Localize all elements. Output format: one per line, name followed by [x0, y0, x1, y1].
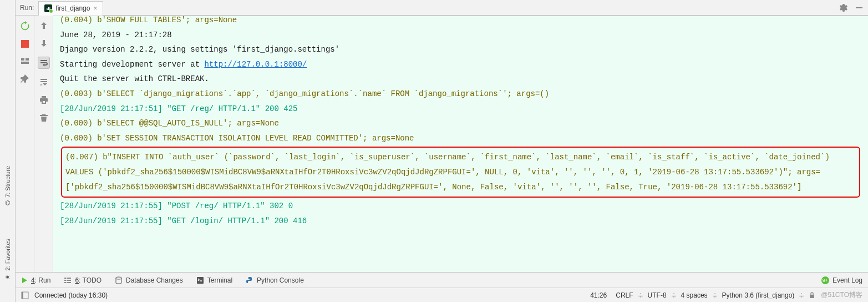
svg-rect-9 [67, 280, 71, 281]
svg-point-14 [248, 278, 248, 278]
status-caret-pos[interactable]: 41:26 [590, 291, 607, 299]
trash-icon[interactable] [39, 113, 48, 122]
svg-rect-4 [21, 62, 29, 64]
status-interpreter[interactable]: Python 3.6 (first_django) [722, 291, 795, 299]
arrow-up-icon[interactable] [39, 21, 48, 30]
svg-rect-6 [64, 278, 66, 279]
svg-rect-1 [21, 40, 29, 48]
svg-rect-3 [26, 58, 29, 61]
console-line-sql-isolation: (0.000) b'SET SESSION TRANSACTION ISOLAT… [60, 131, 861, 146]
console-line-http-post-reg: [28/Jun/2019 21:17:55] "POST /reg/ HTTP/… [60, 199, 861, 214]
status-connected: Connected (today 16:30) [34, 291, 108, 299]
django-icon: dj [44, 4, 52, 12]
event-log-badge: 9+ [821, 276, 829, 284]
gear-icon[interactable] [839, 3, 848, 12]
lock-icon[interactable] [809, 292, 815, 299]
svg-rect-8 [64, 280, 66, 281]
svg-rect-2 [21, 58, 24, 61]
run-gutter-primary [16, 16, 34, 272]
bottom-tab-todo[interactable]: 6: TODO [64, 276, 101, 284]
console-line-date: June 28, 2019 - 21:17:28 [60, 28, 861, 43]
close-tab-icon[interactable]: × [93, 4, 97, 12]
run-gutter-secondary [34, 16, 53, 272]
left-tool-sidebar: ⌬7: Structure ★2: Favorites [0, 0, 16, 302]
console-line-quit: Quit the server with CTRL-BREAK. [60, 72, 861, 87]
status-bar: Connected (today 16:30) 41:26 CRLF≑ UTF-… [16, 288, 868, 302]
svg-rect-11 [67, 282, 71, 283]
run-config-name: first_django [55, 4, 90, 12]
sidebar-tab-favorites[interactable]: ★2: Favorites [4, 239, 11, 280]
soft-wrap-icon[interactable] [39, 58, 48, 67]
bottom-tab-python-console[interactable]: Python Console [246, 276, 304, 284]
run-config-tab[interactable]: dj first_django × [38, 1, 103, 16]
console-line-truncated: (0.004) b'SHOW FULL TABLES'; args=None [60, 16, 861, 28]
status-indent[interactable]: 4 spaces [681, 291, 708, 299]
rerun-icon[interactable] [20, 21, 30, 31]
console-output[interactable]: (0.004) b'SHOW FULL TABLES'; args=None J… [53, 16, 868, 272]
console-line-sql-insert: (0.007) b"INSERT INTO `auth_user` (`pass… [65, 150, 856, 194]
svg-rect-13 [197, 277, 204, 284]
console-line-sql-migrations: (0.003) b'SELECT `django_migrations`.`ap… [60, 87, 861, 102]
print-icon[interactable] [39, 95, 48, 104]
tool-window-toggle-icon[interactable] [21, 291, 29, 299]
console-line-sql-autoisnull: (0.000) b'SELECT @@SQL_AUTO_IS_NULL'; ar… [60, 116, 861, 131]
bottom-tab-run[interactable]: 4: Run [21, 276, 50, 284]
run-tool-header: Run: dj first_django × [16, 0, 868, 16]
highlighted-insert-block: (0.007) b"INSERT INTO `auth_user` (`pass… [61, 147, 860, 198]
svg-rect-0 [856, 7, 862, 8]
svg-rect-5 [40, 84, 42, 85]
svg-rect-10 [64, 282, 66, 283]
arrow-down-icon[interactable] [39, 39, 48, 48]
svg-point-12 [116, 277, 121, 279]
watermark-text: @51CTO博客 [821, 290, 862, 300]
bottom-tab-terminal[interactable]: Terminal [196, 276, 232, 284]
svg-rect-7 [67, 278, 71, 279]
pin-icon[interactable] [21, 74, 29, 83]
console-line-server: Starting development server at http://12… [60, 57, 861, 72]
status-line-sep[interactable]: CRLF [616, 291, 633, 299]
server-url-link[interactable]: http://127.0.0.1:8000/ [204, 60, 307, 69]
stop-icon[interactable] [21, 40, 29, 48]
bottom-tab-database-changes[interactable]: Database Changes [115, 276, 183, 284]
console-line-version: Django version 2.2.2, using settings 'fi… [60, 42, 861, 57]
console-line-http-get-login: [28/Jun/2019 21:17:55] "GET /login/ HTTP… [60, 214, 861, 229]
sidebar-tab-structure[interactable]: ⌬7: Structure [4, 166, 11, 205]
bottom-tab-event-log[interactable]: 9+ Event Log [821, 276, 862, 284]
scroll-to-end-icon[interactable] [39, 78, 48, 87]
status-encoding[interactable]: UTF-8 [648, 291, 667, 299]
bottom-tool-tabs: 4: Run 6: TODO Database Changes Terminal… [16, 272, 868, 288]
run-label: Run: [20, 4, 34, 12]
console-line-http-get-reg: [28/Jun/2019 21:17:51] "GET /reg/ HTTP/1… [60, 102, 861, 117]
svg-rect-17 [810, 295, 814, 298]
svg-rect-16 [22, 292, 23, 299]
layout-icon[interactable] [21, 57, 29, 66]
minimize-icon[interactable] [855, 3, 864, 12]
